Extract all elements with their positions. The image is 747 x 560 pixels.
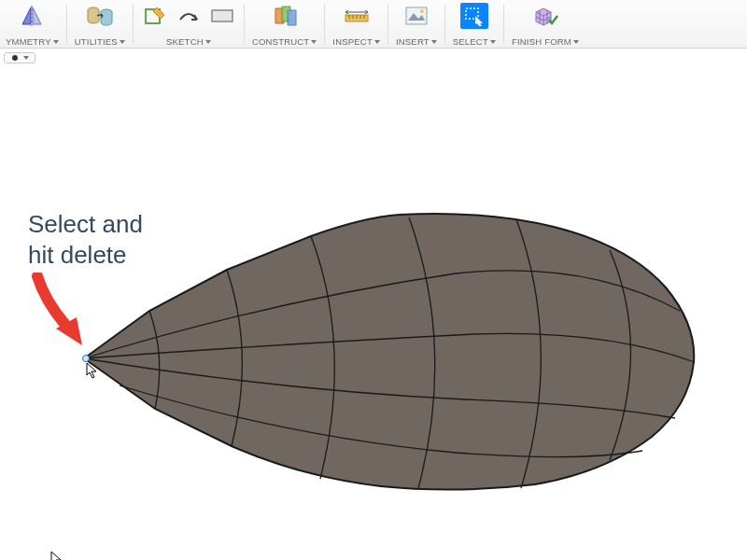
toolbar-separator [444, 5, 445, 44]
toolbar-separator [66, 5, 67, 44]
svg-point-13 [420, 9, 424, 13]
annotation-text: Select and hit delete [28, 209, 143, 272]
toolbar-label-finish: FINISH FORM [512, 36, 579, 47]
toolbar-group-finish[interactable]: FINISH FORM [506, 2, 585, 47]
arc-arrow-icon [175, 3, 203, 29]
selected-vertex[interactable] [82, 355, 90, 362]
toolbar-separator [133, 5, 134, 44]
cylinder-swap-icon [86, 3, 114, 29]
red-arrow-icon [28, 273, 93, 347]
annotation-line2: hit delete [28, 240, 143, 271]
planes-icon [271, 3, 299, 29]
wire-cube-check-icon [531, 3, 559, 29]
svg-rect-4 [212, 10, 233, 21]
tspline-surface[interactable] [82, 208, 698, 496]
toolbar-group-select[interactable]: SELECT [447, 2, 501, 47]
toolbar-label-construct: CONSTRUCT [252, 36, 317, 47]
viewport-canvas[interactable]: Select and hit delete [0, 75, 747, 560]
edit-square-icon [141, 3, 169, 29]
sub-toolbar [0, 49, 747, 67]
main-toolbar: YMMETRY UTILITIES [0, 0, 747, 49]
toolbar-group-inspect[interactable]: INSPECT [327, 2, 386, 47]
toolbar-label-insert: INSERT [396, 36, 437, 47]
ruler-icon [343, 3, 371, 29]
toolbar-separator [503, 5, 504, 44]
selection-arrow-icon [460, 3, 488, 29]
image-frame-icon [402, 3, 430, 29]
toolbar-label-inspect: INSPECT [332, 36, 380, 47]
toolbar-separator [388, 5, 388, 44]
toolbar-label-symmetry: YMMETRY [6, 36, 59, 47]
toolbar-group-symmetry[interactable]: YMMETRY [0, 2, 64, 47]
rectangle-icon [208, 3, 236, 29]
mirror-triangle-icon [18, 3, 46, 29]
toolbar-group-utilities[interactable]: UTILITIES [69, 2, 131, 47]
svg-rect-12 [406, 7, 427, 24]
toolbar-group-construct[interactable]: CONSTRUCT [247, 2, 322, 47]
toolbar-label-utilities: UTILITIES [75, 36, 125, 47]
cursor-icon [50, 551, 63, 560]
bullet-icon [12, 55, 18, 61]
toolbar-label-sketch: SKETCH [166, 36, 211, 47]
toolbar-separator [244, 5, 245, 44]
toolbar-group-insert[interactable]: INSERT [390, 2, 443, 47]
chevron-down-icon [23, 56, 29, 60]
toolbar-label-select: SELECT [453, 36, 496, 47]
toolbar-group-sketch[interactable]: SKETCH [135, 2, 242, 47]
toolbar-separator [324, 5, 325, 44]
cursor-icon [86, 362, 99, 379]
display-mode-pill[interactable] [4, 52, 35, 63]
annotation-line1: Select and [28, 209, 143, 240]
